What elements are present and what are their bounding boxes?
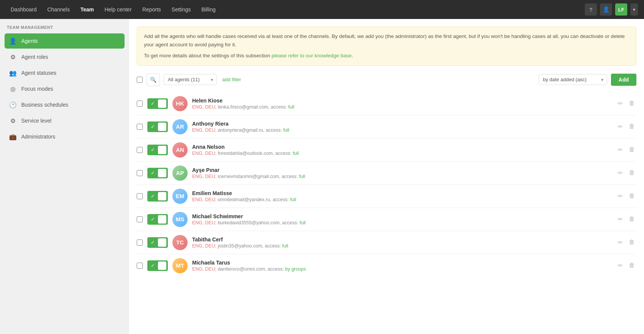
nav-billing[interactable]: Billing [197, 4, 220, 15]
edit-icon[interactable]: ✏ [616, 98, 624, 109]
main-content: Add all the agents who will handle cases… [129, 19, 644, 334]
agent-access: full [300, 220, 306, 225]
toggle-check-icon: ✓ [148, 192, 157, 200]
agent-checkbox-4[interactable] [137, 193, 143, 199]
sidebar-item-agent-statuses[interactable]: 👥 Agent statuses [5, 65, 125, 80]
delete-icon[interactable]: 🗑 [627, 168, 636, 178]
agent-langs: ENG, DEU [192, 197, 215, 202]
toggle-square [158, 215, 166, 224]
sidebar-item-administrators[interactable]: 💼 Administrators [5, 129, 125, 144]
delete-icon[interactable]: 🗑 [627, 214, 636, 224]
select-all-checkbox[interactable] [137, 77, 143, 83]
agent-details: ENG, DEU; burkedavid3555@yahoo.com, acce… [192, 220, 612, 225]
table-row: ✓ TC Tabitha Cerf ENG, DEU; jostin35@yah… [137, 231, 636, 254]
sidebar-business-schedules-label: Business schedules [21, 102, 68, 108]
add-agent-button[interactable]: Add [611, 74, 636, 86]
agent-actions: ✏ 🗑 [616, 121, 636, 132]
info-text-2: To get more details about the settings o… [144, 52, 629, 60]
agent-toggle-4[interactable]: ✓ [147, 191, 168, 202]
nav-help-center[interactable]: Help center [100, 4, 136, 15]
edit-icon[interactable]: ✏ [616, 237, 624, 247]
edit-icon[interactable]: ✏ [616, 121, 624, 132]
agent-access: full [288, 104, 294, 110]
nav-reports[interactable]: Reports [138, 4, 166, 15]
agent-details: ENG, DEU; forestdahlia@outlook.com, acce… [192, 151, 612, 156]
toggle-check-icon: ✓ [148, 238, 157, 247]
agent-statuses-icon: 👥 [9, 69, 17, 77]
agent-toggle-3[interactable]: ✓ [147, 168, 168, 178]
sidebar-agent-roles-label: Agent roles [21, 54, 48, 60]
agent-toggle-2[interactable]: ✓ [147, 145, 168, 155]
delete-icon[interactable]: 🗑 [627, 191, 636, 201]
agent-checkbox-1[interactable] [137, 124, 143, 130]
agent-list: ✓ HK Helen Kiose ENG, DEU; lenka.frisco@… [137, 92, 636, 277]
agent-checkbox-3[interactable] [137, 170, 143, 176]
agent-toggle-6[interactable]: ✓ [147, 237, 168, 248]
toggle-square [158, 146, 166, 154]
edit-icon[interactable]: ✏ [616, 191, 624, 201]
user-dropdown-button[interactable]: ▼ [630, 3, 638, 16]
agent-checkbox-2[interactable] [137, 147, 143, 153]
agent-toggle-1[interactable]: ✓ [147, 121, 168, 132]
edit-icon[interactable]: ✏ [616, 214, 624, 224]
toggle-check-icon: ✓ [148, 146, 157, 154]
sidebar-agent-statuses-label: Agent statuses [21, 70, 57, 76]
agent-name: Anthony Riera [192, 121, 612, 127]
agent-actions: ✏ 🗑 [616, 145, 636, 155]
agent-info: Michael Schwimmer ENG, DEU; burkedavid35… [192, 213, 612, 225]
agent-toggle-7[interactable]: ✓ [147, 260, 168, 271]
sidebar-item-agent-roles[interactable]: ⚙ Agent roles [5, 49, 125, 65]
sort-select[interactable]: by date added (asc) by date added (desc)… [539, 74, 607, 85]
agent-access: full [293, 151, 299, 156]
agent-info: Emilien Matisse ENG, DEU; omnitestmail@y… [192, 190, 612, 202]
agent-checkbox-5[interactable] [137, 216, 143, 222]
sidebar-item-focus-modes[interactable]: ◎ Focus modes [5, 81, 125, 96]
toggle-check-icon: ✓ [148, 215, 157, 224]
agent-checkbox-7[interactable] [137, 263, 143, 269]
delete-icon[interactable]: 🗑 [627, 145, 636, 155]
user-avatar[interactable]: LF [615, 3, 627, 16]
nav-settings[interactable]: Settings [167, 4, 196, 15]
sidebar-item-agents[interactable]: 👤 Agents [5, 33, 125, 49]
agent-name: Tabitha Cerf [192, 236, 612, 243]
nav-dashboard[interactable]: Dashboard [6, 4, 41, 15]
agent-access: by groups [285, 266, 306, 272]
agent-checkbox-0[interactable] [137, 101, 143, 107]
help-button[interactable]: ? [585, 3, 597, 16]
agent-langs: ENG, DEU [192, 104, 215, 110]
sort-wrapper: by date added (asc) by date added (desc)… [539, 74, 607, 85]
table-row: ✓ AP Ayşe Pınar ENG, DEU; icernevmdaomni… [137, 162, 636, 185]
agent-filter-select[interactable]: All agents (11) Active agents Inactive a… [164, 74, 217, 85]
top-navigation: Dashboard Channels Team Help center Repo… [0, 0, 644, 19]
delete-icon[interactable]: 🗑 [627, 260, 636, 271]
delete-icon[interactable]: 🗑 [627, 121, 636, 132]
nav-channels[interactable]: Channels [43, 4, 74, 15]
agent-toggle-0[interactable]: ✓ [147, 98, 168, 109]
delete-icon[interactable]: 🗑 [627, 237, 636, 247]
edit-icon[interactable]: ✏ [616, 145, 624, 155]
info-text-1: Add all the agents who will handle cases… [144, 32, 629, 49]
agent-checkbox-6[interactable] [137, 239, 143, 246]
table-row: ✓ AR Anthony Riera ENG, DEU; antonyriera… [137, 115, 636, 139]
agents-icon: 👤 [9, 37, 17, 45]
delete-icon[interactable]: 🗑 [627, 98, 636, 109]
toggle-check-icon: ✓ [148, 123, 157, 131]
add-filter-button[interactable]: add filter [221, 74, 243, 85]
table-row: ✓ AN Anna Nelson ENG, DEU; forestdahlia@… [137, 139, 636, 162]
agent-actions: ✏ 🗑 [616, 237, 636, 247]
agent-actions: ✏ 🗑 [616, 191, 636, 201]
profile-button[interactable]: 👤 [600, 3, 612, 16]
edit-icon[interactable]: ✏ [616, 260, 624, 271]
agent-name: Michael Schwimmer [192, 213, 612, 219]
sidebar-item-business-schedules[interactable]: 🕐 Business schedules [5, 97, 125, 112]
search-wrapper[interactable]: 🔍 [147, 73, 160, 86]
nav-team[interactable]: Team [76, 4, 99, 15]
sidebar-item-service-level[interactable]: ⚙ Service level [5, 113, 125, 128]
agent-info: Ayşe Pınar ENG, DEU; icernevmdaomni@gmai… [192, 167, 612, 179]
agent-details: ENG, DEU; icernevmdaomni@gmail.com, acce… [192, 174, 612, 179]
agent-toggle-5[interactable]: ✓ [147, 214, 168, 225]
knowledge-base-link[interactable]: please refer to our knowledge base [271, 53, 352, 58]
toggle-check-icon: ✓ [148, 99, 157, 108]
sidebar-section-title: TEAM MANAGEMENT [5, 25, 125, 30]
edit-icon[interactable]: ✏ [616, 168, 624, 178]
